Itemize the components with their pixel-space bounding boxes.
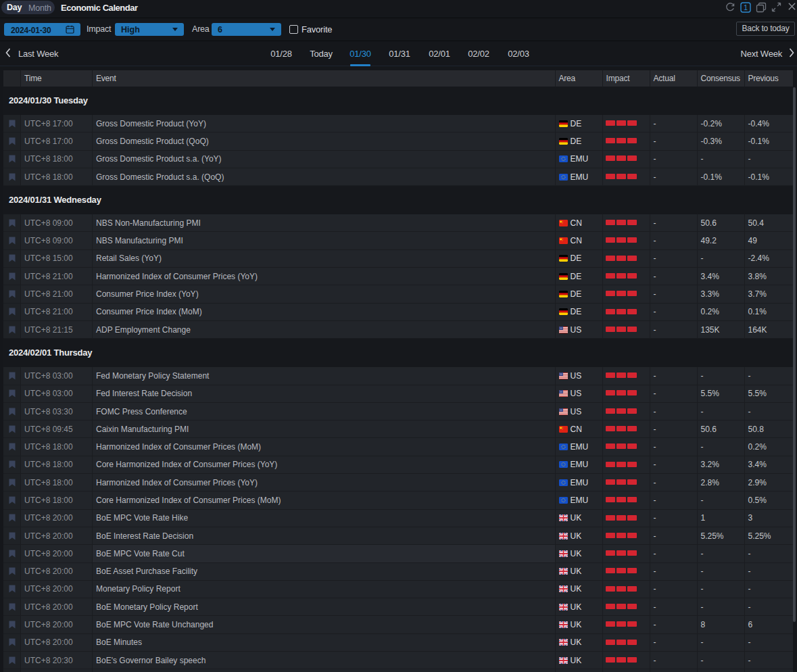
svg-text:1: 1 xyxy=(744,3,748,11)
